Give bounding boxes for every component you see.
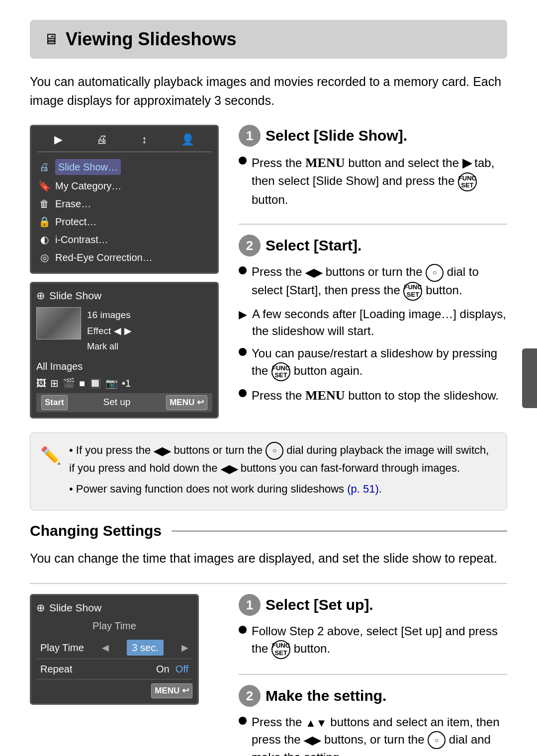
tab-print: 🖨 [96, 132, 107, 148]
menu-item-redeye: ◎ Red-Eye Correction… [37, 249, 211, 266]
slideshow-icon: 🖥 [44, 29, 59, 50]
ss-icon-5: 🔲 [89, 376, 101, 390]
setup-screen-mockup: ⊕ Slide Show Play Time Play Time ◀ 3 sec… [30, 594, 199, 705]
ss-effect-arrow-right: ▶ [124, 323, 132, 339]
note-bullet-1: • If you press the ◀▶ buttons or turn th… [69, 442, 497, 477]
setup-bottom: MENU ↩ [36, 683, 192, 698]
ss-setup-btn[interactable]: Set up [103, 396, 131, 409]
note-pencil-icon: ✏️ [40, 443, 61, 468]
menu-item-protect: 🔒 Protect… [37, 213, 211, 231]
step1-bullet-1-text: Press the MENU button and select the ▶ t… [252, 154, 507, 208]
step3-number: 1 [239, 594, 261, 616]
step2-bullet-4: Press the MENU button to stop the slides… [239, 386, 507, 405]
ss-screen-header: ⊕ Slide Show [36, 288, 212, 303]
step2-heading: 2 Select [Start]. [239, 235, 507, 256]
ss-menu-btn: MENU ↩ [166, 395, 207, 410]
ss-effect-row: Effect ◀ ▶ [87, 323, 132, 339]
step2-label: Select [Start]. [266, 235, 361, 256]
ss-all-images: All Images [36, 359, 212, 373]
step2-b1-text: Press the ◀▶ buttons or turn the ○ dial … [252, 263, 507, 301]
erase-label: Erase… [55, 197, 91, 211]
changing-settings-bar: Changing Settings [30, 520, 507, 541]
ss-globe-icon: ⊕ [36, 288, 45, 303]
redeye-label: Red-Eye Correction… [55, 251, 153, 264]
menu-item-mycategory: 🔖 My Category… [37, 177, 211, 195]
slideshow-screen-mockup: ⊕ Slide Show 16 images Effect ◀ ▶ Mark a… [30, 282, 219, 418]
changing-divider [30, 583, 507, 584]
step1-label: Select [Slide Show]. [266, 125, 407, 146]
bullet-dot-3 [239, 348, 247, 356]
redeye-icon: ◎ [37, 251, 51, 264]
dial-icon-step4: ○ [428, 731, 446, 749]
step2-bullets: Press the ◀▶ buttons or turn the ○ dial … [239, 263, 507, 405]
ss-bottom-bar: Start Set up MENU ↩ [36, 393, 212, 412]
ss-icon-7: •1 [122, 376, 131, 390]
setup-header-label: Slide Show [49, 600, 101, 615]
step3-heading: 1 Select [Set up]. [239, 594, 507, 616]
ss-icon-4: ■ [79, 376, 85, 390]
protect-label: Protect… [55, 215, 96, 229]
note-bullet-2: • Power saving function does not work du… [69, 481, 497, 497]
menu-item-slideshow: 🖨 Slide Show… [37, 157, 211, 177]
ss-content: 16 images Effect ◀ ▶ Mark all [36, 307, 212, 354]
step4-b1-text: Press the ▲▼ buttons and select an item,… [252, 714, 507, 756]
icontrast-label: i-Contrast… [55, 233, 108, 247]
menu-item-erase: 🗑 Erase… [37, 195, 211, 213]
step3-label: Select [Set up]. [266, 594, 373, 615]
setup-arrow-left: ◀ [102, 642, 109, 654]
step1-number: 1 [239, 125, 261, 147]
step1-bullet-1: Press the MENU button and select the ▶ t… [239, 154, 507, 208]
dial-icon-note: ○ [266, 442, 283, 460]
bullet-dot-4 [239, 389, 247, 397]
step1-heading: 1 Select [Slide Show]. [239, 125, 507, 147]
func-set-btn-4: FUNCSET [271, 640, 290, 659]
ss-mark-all: Mark all [87, 339, 132, 354]
ss-icon-2: ⊞ [50, 376, 59, 390]
step2-bullet-1: Press the ◀▶ buttons or turn the ○ dial … [239, 263, 507, 301]
left-panel-setup: ⊕ Slide Show Play Time Play Time ◀ 3 sec… [30, 594, 219, 705]
heading-line [172, 530, 507, 532]
setup-play-time-header: Play Time [36, 619, 192, 633]
setup-repeat-label: Repeat [40, 662, 73, 676]
func-set-btn-1: FUNCSET [458, 172, 477, 191]
tab-persons: 👤 [181, 132, 194, 148]
setup-repeat-on: On [156, 662, 170, 676]
bullet-arrow-2: ▶ [239, 307, 247, 323]
menu-screen-mockup: ▶ 🖨 ↕ 👤 🖨 Slide Show… 🔖 My Category… 🗑 E… [30, 125, 219, 274]
note-box: ✏️ • If you press the ◀▶ buttons or turn… [30, 432, 507, 511]
ss-info: 16 images Effect ◀ ▶ Mark all [87, 307, 132, 354]
func-set-btn-2: FUNCSET [403, 282, 422, 301]
bullet-dot-2 [239, 266, 247, 274]
note-link: (p. 51) [347, 483, 379, 495]
intro-text: You can automatically playback images an… [30, 73, 507, 110]
setup-arrow-right: ▶ [181, 642, 188, 654]
step4-label: Make the setting. [266, 685, 386, 706]
step3-b1-text: Follow Step 2 above, select [Set up] and… [252, 623, 507, 659]
ss-start-btn[interactable]: Start [41, 395, 68, 410]
menu-tabs: ▶ 🖨 ↕ 👤 [37, 132, 211, 152]
tab-sort: ↕ [142, 132, 147, 148]
right-panel-steps-3-4: 1 Select [Set up]. Follow Step 2 above, … [239, 594, 507, 756]
setup-repeat-vals: On Off [156, 662, 188, 676]
step2-b4-text: Press the MENU button to stop the slides… [252, 386, 499, 405]
bullet-dot-5 [239, 626, 247, 634]
protect-icon: 🔒 [37, 215, 51, 229]
step-divider-3 [239, 674, 507, 675]
step2-b2-text: A few seconds after [Loading image…] dis… [252, 306, 507, 340]
changing-settings-title: Changing Settings [30, 520, 162, 541]
slideshow-label: Slide Show… [55, 159, 121, 175]
step2-b3-text: You can pause/restart a slideshow by pre… [252, 345, 507, 381]
setup-ss-header: ⊕ Slide Show [36, 600, 192, 615]
step2-bullet-3: You can pause/restart a slideshow by pre… [239, 345, 507, 381]
bullet-dot [239, 157, 247, 165]
steps-1-2-layout: ▶ 🖨 ↕ 👤 🖨 Slide Show… 🔖 My Category… 🗑 E… [30, 125, 507, 418]
tab-play: ▶ [54, 132, 63, 148]
setup-row-playtime: Play Time ◀ 3 sec. ▶ [36, 637, 192, 659]
menu-item-icontrast: ◐ i-Contrast… [37, 231, 211, 249]
step4-number: 2 [239, 685, 261, 707]
ss-icon-1: 🖼 [36, 376, 46, 390]
slideshow-menu-icon: 🖨 [37, 160, 51, 174]
ss-header-label: Slide Show [49, 288, 101, 303]
step4-bullet-1: Press the ▲▼ buttons and select an item,… [239, 714, 507, 756]
step-divider-1 [239, 224, 507, 225]
